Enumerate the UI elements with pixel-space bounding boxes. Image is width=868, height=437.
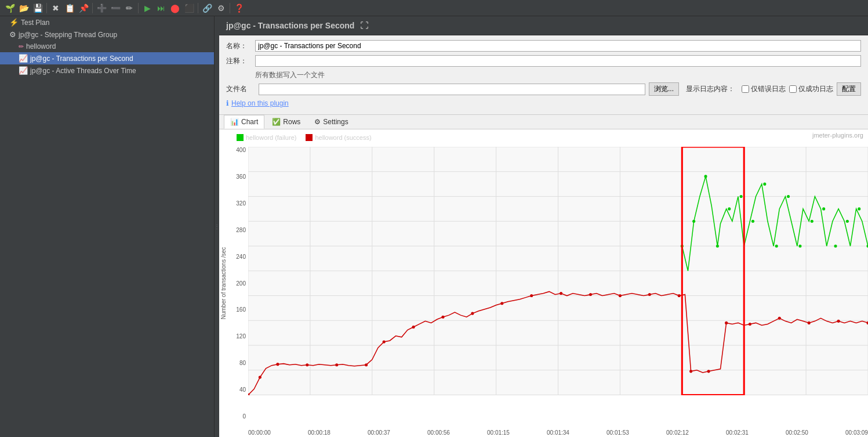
svg-point-50 [704,175,707,178]
svg-point-55 [763,183,766,186]
tabs-bar: 📊 Chart ✅ Rows ⚙ Settings [219,115,868,129]
config-button[interactable]: 配置 [837,82,861,96]
tab-chart[interactable]: 📊 Chart [224,115,264,129]
run-button[interactable]: ▶ [141,2,154,15]
add-button[interactable]: ➕ [95,2,108,15]
chart-area: jmeter-plugins.org helloword (failure) h… [219,129,868,437]
help-button[interactable]: ❓ [233,2,245,15]
helloword-icon: ✏ [19,43,24,50]
svg-point-38 [648,293,651,296]
settings-button[interactable]: ⚙ [215,2,227,15]
watermark: jmeter-plugins.org [812,132,863,139]
svg-point-53 [740,195,743,198]
tab-settings[interactable]: ⚙ Settings [308,115,354,129]
close-button[interactable]: ✖ [49,2,62,15]
display-log-label: 显示日志内容： [686,84,735,94]
save-button[interactable]: 💾 [31,2,44,15]
legend: helloword (failure) helloword (success) [237,134,372,141]
tab-rows[interactable]: ✅ Rows [266,115,307,129]
toolbar: 🌱 📂 💾 ✖ 📋 📌 ➕ ➖ ✏ ▶ ⏭ ⬤ ⬛ 🔗 ⚙ ❓ [0,0,868,16]
legend-success: helloword (success) [306,134,371,141]
svg-point-37 [619,294,622,297]
svg-point-58 [798,244,801,247]
chart-tab-icon: 📊 [230,118,239,126]
sidebar-item-tps[interactable]: 📈 jp@gc - Transactions per Second [0,52,214,64]
form-area: 名称： 注释： 所有数据写入一个文件 文件名 浏览... 显示日志内容： 仅错误… [219,35,868,115]
threadgroup-icon: ⚙ [9,30,16,39]
legend-success-color [306,134,313,141]
run-all-button[interactable]: ⏭ [155,2,168,15]
sidebar-item-active-threads[interactable]: 📈 jp@gc - Active Threads Over Time [0,64,214,77]
tps-icon: 📈 [19,54,28,63]
success-log-checkbox-label[interactable]: 仅成功日志 [789,84,833,94]
info-icon: ℹ [226,99,229,107]
svg-point-34 [530,294,533,297]
svg-point-32 [471,312,474,315]
comment-input[interactable] [255,55,861,67]
svg-point-44 [778,317,781,320]
svg-point-52 [728,207,731,210]
name-input[interactable] [255,40,861,52]
svg-point-54 [751,220,754,223]
x-axis: 00:00:00 00:00:18 00:00:37 00:00:56 00:0… [248,429,868,436]
svg-point-33 [500,302,503,305]
remove-button[interactable]: ➖ [109,2,122,15]
y-axis: 0 40 80 120 160 200 240 280 320 360 400 [219,147,248,420]
sidebar-item-label: helloword [26,42,56,50]
comment-label: 注释： [226,56,255,66]
sidebar-item-testplan[interactable]: ⚡ Test Plan [0,16,214,28]
success-log-label: 仅成功日志 [798,84,833,94]
file-input[interactable] [259,84,645,95]
error-log-label: 仅错误日志 [751,84,786,94]
svg-point-24 [259,376,262,379]
sidebar: ⚡ Test Plan ⚙ jp@gc - Stepping Thread Gr… [0,16,215,437]
sidebar-item-helloword[interactable]: ✏ helloword [0,41,214,52]
new-button[interactable]: 🌱 [3,2,16,15]
svg-point-41 [707,370,710,373]
svg-point-42 [725,322,728,324]
settings-tab-icon: ⚙ [314,118,321,126]
copy-button[interactable]: 📋 [63,2,76,15]
svg-point-30 [412,326,415,328]
sidebar-item-threadgroup[interactable]: ⚙ jp@gc - Stepping Thread Group [0,28,214,41]
svg-point-26 [306,363,308,366]
settings-tab-label: Settings [323,118,348,126]
paste-button[interactable]: 📌 [77,2,90,15]
sidebar-item-label: jp@gc - Transactions per Second [30,55,133,63]
svg-point-36 [589,293,592,296]
name-label: 名称： [226,41,255,51]
svg-point-60 [822,207,825,210]
svg-point-51 [716,244,719,247]
svg-point-46 [837,320,840,323]
help-link[interactable]: Help on this plugin [231,99,289,107]
svg-point-39 [678,294,681,297]
open-button[interactable]: 📂 [17,2,30,15]
svg-point-43 [749,323,751,326]
legend-failure-color [237,134,244,141]
sidebar-resizer[interactable]: ⋮ [215,16,219,437]
svg-point-25 [276,363,279,366]
expand-icon[interactable]: ⛶ [360,21,368,30]
success-log-checkbox[interactable] [789,85,797,93]
sidebar-item-label: jp@gc - Active Threads Over Time [30,67,136,75]
svg-point-49 [692,220,695,223]
error-log-checkbox[interactable] [742,85,749,93]
stop-now-button[interactable]: ⬛ [183,2,195,15]
svg-point-29 [383,340,386,343]
active-threads-icon: 📈 [19,66,28,75]
svg-point-56 [775,244,778,247]
rows-tab-icon: ✅ [272,118,281,126]
main-panel: jp@gc - Transactions per Second ⛶ 名称： 注释… [219,16,868,437]
stop-button[interactable]: ⬤ [169,2,181,15]
svg-point-35 [560,292,562,295]
legend-success-label: helloword (success) [315,134,371,141]
file-label: 文件名 [226,84,255,94]
clear-button[interactable]: ✏ [123,2,136,15]
testplan-icon: ⚡ [9,18,19,27]
error-log-checkbox-label[interactable]: 仅错误日志 [742,84,786,94]
svg-point-28 [365,363,368,366]
remote-button[interactable]: 🔗 [201,2,213,15]
browse-button[interactable]: 浏览... [649,82,679,96]
svg-point-57 [787,195,790,198]
svg-point-45 [808,322,811,324]
